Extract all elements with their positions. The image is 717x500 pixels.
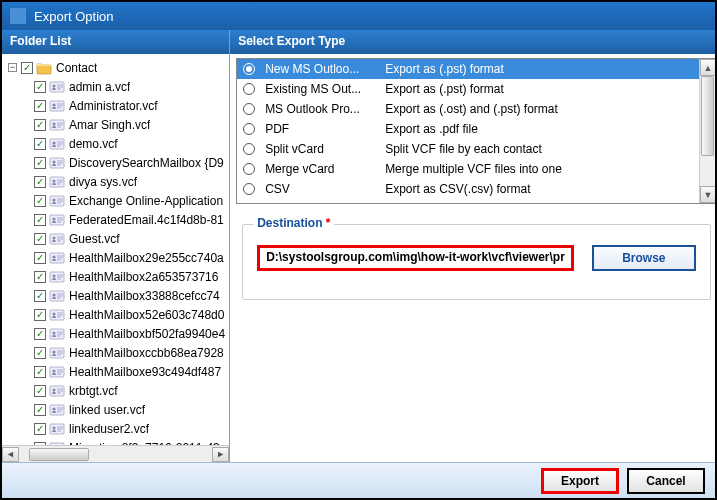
checkbox[interactable] — [34, 423, 46, 435]
tree-root-contact[interactable]: −Contact — [6, 58, 225, 77]
svg-rect-28 — [57, 181, 63, 182]
tree-item[interactable]: divya sys.vcf — [6, 172, 225, 191]
checkbox[interactable] — [34, 290, 46, 302]
tree-item[interactable]: Guest.vcf — [6, 229, 225, 248]
tree-item-label: Amar Singh.vcf — [69, 118, 150, 132]
vcard-icon — [49, 384, 65, 398]
export-option[interactable]: Merge vCardMerge multiple VCF files into… — [237, 159, 716, 179]
checkbox[interactable] — [34, 366, 46, 378]
checkbox[interactable] — [34, 347, 46, 359]
radio-button[interactable] — [243, 163, 255, 175]
tree-item[interactable]: Migration.8f3e7716-2011-43 — [6, 438, 225, 445]
destination-input[interactable]: D:\systoolsgroup.com\img\how-it-work\vcf… — [257, 245, 574, 271]
tree-item-label: HealthMailboxbf502fa9940e4 — [69, 327, 225, 341]
vcard-icon — [49, 156, 65, 170]
radio-button[interactable] — [243, 183, 255, 195]
svg-rect-14 — [57, 126, 61, 127]
folder-tree[interactable]: −Contactadmin a.vcfAdministrator.vcfAmar… — [2, 54, 229, 445]
checkbox[interactable] — [34, 195, 46, 207]
export-option[interactable]: New MS Outloo...Export as (.pst) format — [237, 59, 716, 79]
checkbox[interactable] — [34, 81, 46, 93]
checkbox[interactable] — [34, 309, 46, 321]
checkbox[interactable] — [34, 138, 46, 150]
checkbox[interactable] — [34, 328, 46, 340]
vertical-scrollbar[interactable]: ▲ ▼ — [699, 59, 716, 203]
checkbox[interactable] — [34, 271, 46, 283]
tree-item[interactable]: krbtgt.vcf — [6, 381, 225, 400]
scroll-thumb[interactable] — [29, 448, 89, 461]
tree-item[interactable]: HealthMailbox2a653573716 — [6, 267, 225, 286]
cancel-button[interactable]: Cancel — [627, 468, 705, 494]
horizontal-scrollbar[interactable]: ◄ ► — [2, 445, 229, 462]
tree-item[interactable]: linked user.vcf — [6, 400, 225, 419]
tree-item[interactable]: DiscoverySearchMailbox {D9 — [6, 153, 225, 172]
tree-item[interactable]: Amar Singh.vcf — [6, 115, 225, 134]
svg-point-21 — [52, 160, 55, 163]
tree-item[interactable]: HealthMailboxccbb68ea7928 — [6, 343, 225, 362]
tree-item[interactable]: HealthMailbox52e603c748d0 — [6, 305, 225, 324]
radio-button[interactable] — [243, 123, 255, 135]
tree-item[interactable]: Administrator.vcf — [6, 96, 225, 115]
tree-item[interactable]: linkeduser2.vcf — [6, 419, 225, 438]
tree-item-label: linkeduser2.vcf — [69, 422, 149, 436]
export-option[interactable]: MS Outlook Pro...Export as (.ost) and (.… — [237, 99, 716, 119]
tree-item[interactable]: HealthMailboxbf502fa9940e4 — [6, 324, 225, 343]
window-titlebar: Export Option — [2, 2, 715, 30]
radio-button[interactable] — [243, 63, 255, 75]
checkbox[interactable] — [34, 233, 46, 245]
checkbox[interactable] — [34, 404, 46, 416]
tree-item[interactable]: Exchange Online-Application — [6, 191, 225, 210]
svg-rect-54 — [57, 278, 61, 279]
tree-item[interactable]: HealthMailbox29e255cc740a — [6, 248, 225, 267]
scroll-up-icon[interactable]: ▲ — [700, 59, 716, 76]
export-option[interactable]: PDFExport as .pdf file — [237, 119, 716, 139]
tree-item-label: Exchange Online-Application — [69, 194, 223, 208]
radio-button[interactable] — [243, 203, 255, 204]
checkbox[interactable] — [34, 100, 46, 112]
vcard-icon — [49, 441, 65, 446]
scroll-down-icon[interactable]: ▼ — [700, 186, 716, 203]
tree-item[interactable]: HealthMailbox33888cefcc74 — [6, 286, 225, 305]
browse-button[interactable]: Browse — [592, 245, 696, 271]
tree-item-label: admin a.vcf — [69, 80, 130, 94]
checkbox[interactable] — [34, 157, 46, 169]
radio-button[interactable] — [243, 143, 255, 155]
svg-point-61 — [52, 312, 55, 315]
vcard-icon — [49, 213, 65, 227]
export-option[interactable]: GoogleCSVExport as Google CSV( csv) form… — [237, 199, 716, 204]
export-option[interactable]: Split vCardSplit VCF file by each contac… — [237, 139, 716, 159]
svg-rect-93 — [57, 428, 63, 429]
tree-item[interactable]: FederatedEmail.4c1f4d8b-81 — [6, 210, 225, 229]
scroll-left-icon[interactable]: ◄ — [2, 447, 19, 462]
option-name: Existing MS Out... — [265, 82, 385, 96]
svg-rect-78 — [57, 371, 63, 372]
svg-rect-89 — [57, 411, 61, 412]
tree-item-label: linked user.vcf — [69, 403, 145, 417]
radio-button[interactable] — [243, 103, 255, 115]
checkbox[interactable] — [21, 62, 33, 74]
tree-item[interactable]: HealthMailboxe93c494df487 — [6, 362, 225, 381]
tree-root-label: Contact — [56, 61, 97, 75]
export-option[interactable]: CSVExport as CSV(.csv) format — [237, 179, 716, 199]
svg-rect-53 — [57, 276, 63, 277]
checkbox[interactable] — [34, 119, 46, 131]
vcard-icon — [49, 137, 65, 151]
tree-item[interactable]: admin a.vcf — [6, 77, 225, 96]
svg-point-91 — [52, 426, 55, 429]
tree-item-label: HealthMailbox33888cefcc74 — [69, 289, 220, 303]
checkbox[interactable] — [34, 385, 46, 397]
export-button[interactable]: Export — [541, 468, 619, 494]
checkbox[interactable] — [34, 252, 46, 264]
folder-list-header: Folder List — [2, 30, 229, 54]
tree-item[interactable]: demo.vcf — [6, 134, 225, 153]
export-type-list[interactable]: New MS Outloo...Export as (.pst) formatE… — [236, 58, 717, 204]
radio-button[interactable] — [243, 83, 255, 95]
checkbox[interactable] — [34, 176, 46, 188]
scroll-right-icon[interactable]: ► — [212, 447, 229, 462]
scroll-thumb[interactable] — [701, 76, 714, 156]
export-option[interactable]: Existing MS Out...Export as (.pst) forma… — [237, 79, 716, 99]
checkbox[interactable] — [34, 214, 46, 226]
collapse-icon[interactable]: − — [8, 63, 17, 72]
checkbox[interactable] — [34, 442, 46, 446]
svg-rect-87 — [57, 407, 63, 408]
